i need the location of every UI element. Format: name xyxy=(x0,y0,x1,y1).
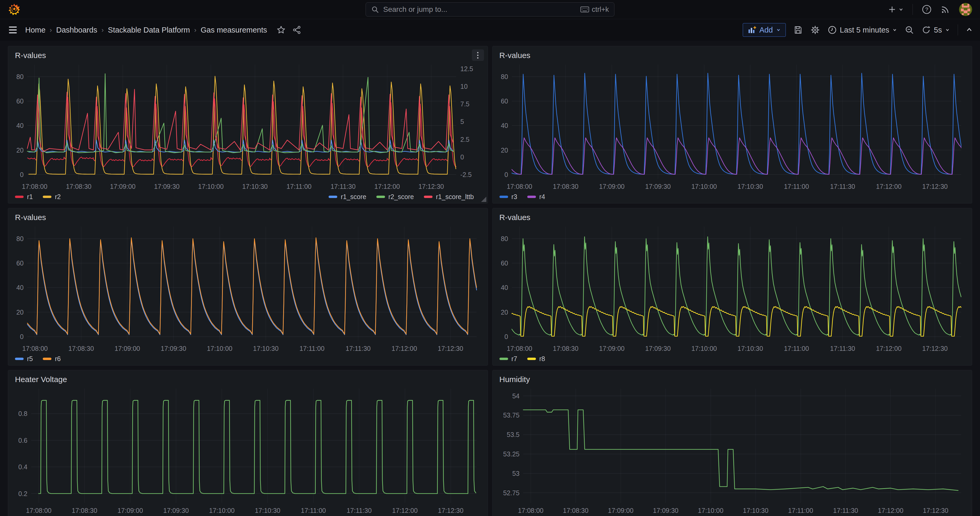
legend-swatch xyxy=(43,358,51,360)
breadcrumb: Home›Dashboards›Stackable Data Platform›… xyxy=(25,26,267,34)
favorite-star-icon[interactable] xyxy=(277,25,286,34)
breadcrumb-separator: › xyxy=(194,26,197,34)
legend-item-r2_score[interactable]: r2_score xyxy=(376,193,414,201)
svg-text:17:12:30: 17:12:30 xyxy=(438,345,463,352)
legend-label: r6 xyxy=(55,355,60,363)
legend-group: r7r8 xyxy=(500,355,545,363)
breadcrumb-separator: › xyxy=(101,26,104,34)
chevron-up-icon xyxy=(966,27,973,33)
legend-label: r2 xyxy=(55,193,60,201)
time-series-chart[interactable]: 0.20.40.60.817:08:0017:08:3017:09:0017:0… xyxy=(13,386,482,515)
svg-text:60: 60 xyxy=(16,260,24,267)
legend-item-r6[interactable]: r6 xyxy=(43,355,60,363)
search-input[interactable]: Search or jump to... ctrl+k xyxy=(366,2,614,16)
panel-r-values-1: R-values02040608017:08:0017:08:3017:09:0… xyxy=(492,46,972,204)
svg-text:0.8: 0.8 xyxy=(18,410,27,417)
svg-text:17:10:30: 17:10:30 xyxy=(738,345,763,352)
svg-text:17:11:00: 17:11:00 xyxy=(784,183,809,190)
legend-item-r1[interactable]: r1 xyxy=(15,193,33,201)
panel-title[interactable]: R-values xyxy=(498,211,967,224)
panel-resize-handle[interactable] xyxy=(481,197,486,202)
breadcrumb-item[interactable]: Dashboards xyxy=(56,26,97,34)
svg-text:80: 80 xyxy=(16,235,24,242)
svg-text:17:08:00: 17:08:00 xyxy=(506,345,532,352)
svg-text:17:08:00: 17:08:00 xyxy=(22,183,47,190)
svg-text:17:11:00: 17:11:00 xyxy=(299,345,325,352)
svg-text:17:08:30: 17:08:30 xyxy=(553,183,578,190)
legend-item-r8[interactable]: r8 xyxy=(527,355,545,363)
zoom-out-button[interactable] xyxy=(905,25,914,34)
legend-item-r3[interactable]: r3 xyxy=(500,193,517,201)
legend-label: r4 xyxy=(539,193,545,201)
gear-icon xyxy=(810,25,820,35)
panel-title[interactable]: R-values xyxy=(13,49,482,62)
refresh-picker[interactable]: 5s xyxy=(922,25,950,34)
share-icon[interactable] xyxy=(293,25,301,34)
news-button[interactable] xyxy=(941,5,950,14)
panel-menu-button[interactable] xyxy=(472,49,484,61)
svg-text:0: 0 xyxy=(20,333,24,340)
svg-text:5: 5 xyxy=(460,118,464,125)
svg-text:17:11:30: 17:11:30 xyxy=(347,507,372,514)
legend-item-r1_score_lttb[interactable]: r1_score_lttb xyxy=(424,193,474,201)
shortcut-hint: ctrl+k xyxy=(580,5,609,14)
breadcrumb-item[interactable]: Home xyxy=(25,26,45,34)
legend-item-r4[interactable]: r4 xyxy=(527,193,545,201)
svg-text:17:08:00: 17:08:00 xyxy=(26,507,51,514)
time-series-chart[interactable]: 52.755353.2553.553.755417:08:0017:08:301… xyxy=(498,386,967,515)
legend-item-r2[interactable]: r2 xyxy=(43,193,60,201)
svg-text:17:08:30: 17:08:30 xyxy=(66,183,91,190)
svg-text:17:11:30: 17:11:30 xyxy=(833,507,858,514)
svg-text:17:12:00: 17:12:00 xyxy=(392,507,418,514)
chevron-down-icon xyxy=(898,7,904,12)
panel-legend: r1r2r1_scorer2_scorer1_score_lttb xyxy=(13,191,482,201)
help-button[interactable]: ? xyxy=(922,5,932,14)
mega-menu-toggle[interactable] xyxy=(7,25,18,35)
user-avatar[interactable] xyxy=(959,3,972,16)
toolbar-divider xyxy=(958,24,958,35)
svg-text:17:09:00: 17:09:00 xyxy=(608,507,633,514)
collapse-toolbar-button[interactable] xyxy=(966,27,973,33)
svg-text:0: 0 xyxy=(504,171,508,178)
shortcut-label: ctrl+k xyxy=(592,5,609,14)
add-label: Add xyxy=(759,26,773,34)
svg-text:17:09:30: 17:09:30 xyxy=(653,507,678,514)
svg-text:17:10:30: 17:10:30 xyxy=(738,183,763,190)
svg-text:40: 40 xyxy=(501,284,508,291)
svg-text:17:08:30: 17:08:30 xyxy=(68,345,94,352)
panel-title[interactable]: R-values xyxy=(498,49,967,62)
grafana-logo[interactable] xyxy=(8,3,21,16)
svg-text:17:09:30: 17:09:30 xyxy=(161,345,186,352)
time-series-chart[interactable]: 02040608017:08:0017:08:3017:09:0017:09:3… xyxy=(498,62,967,191)
panel-title[interactable]: Heater Voltage xyxy=(13,373,482,386)
svg-text:60: 60 xyxy=(501,97,508,105)
breadcrumb-item[interactable]: Stackable Data Platform xyxy=(108,26,190,34)
dashboard-settings-button[interactable] xyxy=(810,25,820,35)
dashboard-grid: R-values02040608017:08:0017:08:3017:09:0… xyxy=(0,41,980,516)
time-series-chart[interactable]: 02040608017:08:0017:08:3017:09:0017:09:3… xyxy=(13,62,482,191)
new-button[interactable] xyxy=(888,5,904,14)
chart-svg: 02040608017:08:0017:08:3017:09:0017:09:3… xyxy=(498,224,967,353)
chevron-down-icon xyxy=(776,27,781,32)
panel-legend: humidity xyxy=(498,515,967,516)
add-button[interactable]: Add xyxy=(743,23,786,37)
legend-label: r8 xyxy=(539,355,545,363)
panel-title[interactable]: Humidity xyxy=(498,373,967,386)
svg-text:17:09:00: 17:09:00 xyxy=(115,345,140,352)
panel-title[interactable]: R-values xyxy=(13,211,482,224)
svg-text:17:09:30: 17:09:30 xyxy=(163,507,189,514)
svg-text:17:11:30: 17:11:30 xyxy=(830,345,855,352)
legend-item-r5[interactable]: r5 xyxy=(15,355,33,363)
search-icon xyxy=(371,5,379,13)
legend-item-r1_score[interactable]: r1_score xyxy=(329,193,366,201)
time-range-picker[interactable]: Last 5 minutes xyxy=(828,25,897,34)
panel-heater-voltage-4: Heater Voltage0.20.40.60.817:08:0017:08:… xyxy=(8,370,488,516)
panel-r-values-0: R-values02040608017:08:0017:08:3017:09:0… xyxy=(8,46,488,204)
chart-svg: 02040608017:08:0017:08:3017:09:0017:09:3… xyxy=(13,224,482,353)
legend-item-r7[interactable]: r7 xyxy=(500,355,517,363)
legend-label: r5 xyxy=(27,355,33,363)
save-dashboard-button[interactable] xyxy=(794,25,803,34)
time-series-chart[interactable]: 02040608017:08:0017:08:3017:09:0017:09:3… xyxy=(13,224,482,353)
time-series-chart[interactable]: 02040608017:08:0017:08:3017:09:0017:09:3… xyxy=(498,224,967,353)
legend-swatch xyxy=(500,358,508,360)
